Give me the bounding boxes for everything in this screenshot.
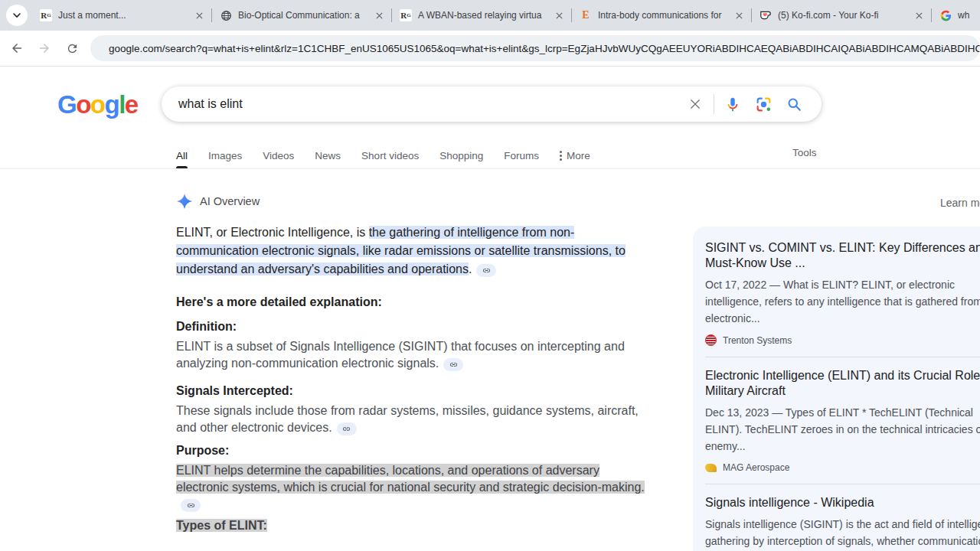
google-icon bbox=[939, 9, 952, 21]
clear-search-button[interactable] bbox=[680, 89, 710, 119]
ai-intro-paragraph: ELINT, or Electronic Intelligence, is th… bbox=[176, 223, 649, 279]
search-query-text: what is elint bbox=[178, 97, 680, 111]
citation-chip[interactable] bbox=[476, 264, 496, 277]
address-bar[interactable]: google.com/search?q=what+is+elint&rlz=1C… bbox=[90, 35, 980, 61]
tab-images[interactable]: Images bbox=[208, 142, 242, 168]
result-source: Trenton Systems bbox=[723, 335, 792, 346]
browser-tab[interactable]: (5) Ko-fi.com - Your Ko-fi bbox=[752, 0, 931, 31]
card-divider bbox=[705, 484, 980, 484]
browser-tab[interactable]: RG Just a moment... bbox=[32, 0, 211, 31]
source-card[interactable]: SIGINT vs. COMINT vs. ELINT: Key Differe… bbox=[705, 240, 980, 346]
result-snippet: Signals intelligence (SIGINT) is the act… bbox=[705, 516, 980, 549]
section-body: ELINT is a subset of Signals Intelligenc… bbox=[176, 338, 649, 372]
card-divider bbox=[705, 357, 980, 357]
tab-all[interactable]: All bbox=[176, 142, 188, 168]
citation-chip[interactable] bbox=[443, 358, 463, 371]
tab-search-button[interactable] bbox=[6, 5, 28, 26]
back-button[interactable] bbox=[6, 37, 28, 59]
logo-letter: e bbox=[125, 90, 138, 119]
search-icon[interactable] bbox=[779, 89, 809, 119]
browser-tab[interactable]: Bio-Optical Communication: a bbox=[212, 0, 391, 31]
tab-news[interactable]: News bbox=[315, 142, 341, 168]
citation-chip[interactable] bbox=[181, 499, 201, 512]
close-icon[interactable] bbox=[913, 9, 925, 21]
url-text: google.com/search?q=what+is+elint&rlz=1C… bbox=[109, 43, 980, 54]
selected-text: ELINT helps determine the capabilities, … bbox=[176, 464, 645, 494]
chevron-down-icon bbox=[12, 11, 21, 20]
ai-detail-heading: Here's a more detailed explanation: bbox=[176, 295, 649, 309]
tab-videos[interactable]: Videos bbox=[263, 142, 294, 168]
browser-tab[interactable]: E Intra-body communications for bbox=[572, 0, 751, 31]
section-body: ELINT helps determine the capabilities, … bbox=[176, 462, 649, 513]
section-title: Types of ELINT: bbox=[176, 519, 649, 533]
researchgate-icon: RG bbox=[400, 9, 412, 21]
elsevier-icon: E bbox=[580, 9, 592, 21]
ai-overview-section: AI Overview ELINT, or Electronic Intelli… bbox=[176, 193, 649, 533]
ai-overview-label: AI Overview bbox=[200, 195, 260, 207]
tab-forums[interactable]: Forums bbox=[504, 142, 539, 168]
tab-title: A WBAN-based relaying virtua bbox=[418, 10, 553, 21]
browser-tab-strip: RG Just a moment... Bio-Optical Communic… bbox=[0, 0, 980, 31]
section-title: Definition: bbox=[176, 320, 649, 334]
ai-source-cards: SIGINT vs. COMINT vs. ELINT: Key Differe… bbox=[693, 227, 980, 551]
tab-short-videos[interactable]: Short videos bbox=[361, 142, 419, 168]
source-card[interactable]: Signals intelligence - Wikipedia Signals… bbox=[705, 495, 980, 551]
source-card[interactable]: Electronic Intelligence (ELINT) and its … bbox=[705, 368, 980, 473]
logo-letter: o bbox=[90, 90, 105, 119]
tab-title: Intra-body communications for bbox=[598, 10, 733, 21]
tab-title: Just a moment... bbox=[58, 10, 193, 21]
close-icon[interactable] bbox=[733, 9, 745, 21]
tab-title: Bio-Optical Communication: a bbox=[238, 10, 373, 21]
learn-more-link[interactable]: Learn more bbox=[940, 197, 980, 209]
close-icon[interactable] bbox=[373, 9, 385, 21]
results-nav: All Images Videos News Short videos Shop… bbox=[176, 142, 590, 168]
section-body: These signals include those from radar s… bbox=[176, 403, 649, 436]
close-icon[interactable] bbox=[553, 9, 565, 21]
trenton-systems-icon bbox=[705, 334, 717, 346]
search-input[interactable]: what is elint bbox=[162, 86, 822, 122]
tools-button[interactable]: Tools bbox=[792, 147, 817, 158]
result-snippet: Dec 13, 2023 — Types of ELINT * TechELIN… bbox=[705, 404, 980, 455]
logo-letter: G bbox=[57, 90, 76, 119]
globe-icon bbox=[220, 9, 232, 21]
result-title[interactable]: Electronic Intelligence (ELINT) and its … bbox=[705, 368, 980, 399]
result-snippet: Oct 17, 2022 — What is ELINT? ELINT, or … bbox=[705, 276, 980, 327]
browser-tab-active[interactable]: wh bbox=[932, 0, 978, 31]
section-title: Signals Intercepted: bbox=[176, 384, 649, 398]
tab-title: (5) Ko-fi.com - Your Ko-fi bbox=[778, 10, 913, 21]
voice-search-icon[interactable] bbox=[717, 89, 748, 119]
result-title[interactable]: Signals intelligence - Wikipedia bbox=[705, 495, 980, 510]
result-source: MAG Aerospace bbox=[723, 462, 789, 473]
reload-button[interactable] bbox=[61, 37, 83, 59]
logo-letter: l bbox=[119, 90, 125, 119]
tab-shopping[interactable]: Shopping bbox=[439, 142, 483, 168]
mag-aerospace-icon bbox=[705, 464, 717, 472]
result-title[interactable]: SIGINT vs. COMINT vs. ELINT: Key Differe… bbox=[705, 240, 980, 271]
researchgate-icon: RG bbox=[40, 9, 52, 21]
more-menu[interactable]: More bbox=[560, 142, 590, 168]
logo-letter: o bbox=[76, 90, 90, 119]
close-icon[interactable] bbox=[193, 9, 205, 21]
logo-letter: g bbox=[105, 90, 119, 119]
google-logo[interactable]: Google bbox=[57, 90, 138, 119]
browser-toolbar: google.com/search?q=what+is+elint&rlz=1C… bbox=[0, 31, 980, 67]
searchbox-divider bbox=[714, 94, 714, 114]
google-lens-icon[interactable] bbox=[748, 89, 779, 119]
ai-sparkle-icon bbox=[176, 193, 193, 210]
ai-section-definition: Definition: ELINT is a subset of Signals… bbox=[176, 320, 649, 372]
ai-section-purpose: Purpose: ELINT helps determine the capab… bbox=[176, 444, 649, 513]
forward-button[interactable] bbox=[34, 37, 55, 59]
ai-section-types: Types of ELINT: bbox=[176, 519, 649, 533]
browser-tab[interactable]: RG A WBAN-based relaying virtua bbox=[392, 0, 571, 31]
citation-chip[interactable] bbox=[337, 422, 357, 435]
tab-title: wh bbox=[958, 10, 972, 21]
kofi-icon bbox=[760, 9, 772, 21]
nav-divider bbox=[0, 168, 980, 169]
kebab-icon bbox=[560, 151, 562, 161]
ai-section-signals: Signals Intercepted: These signals inclu… bbox=[176, 384, 649, 436]
section-title: Purpose: bbox=[176, 444, 649, 458]
